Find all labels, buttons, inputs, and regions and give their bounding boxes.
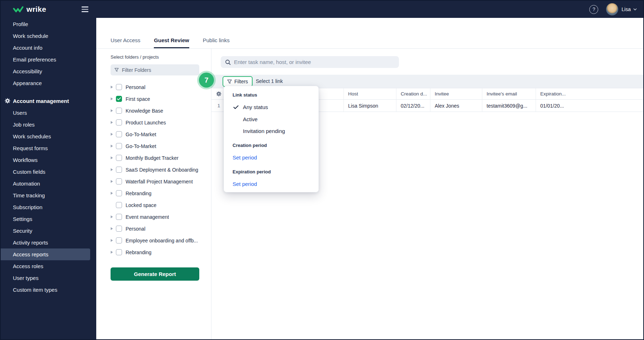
expand-caret-icon[interactable] — [111, 180, 116, 183]
folder-tree-item[interactable]: Personal — [111, 81, 199, 93]
folder-checkbox[interactable] — [116, 167, 122, 173]
expand-caret-icon[interactable] — [111, 251, 116, 254]
sidebar-item-settings[interactable]: Settings — [1, 213, 96, 225]
sidebar-item-custom-fields[interactable]: Custom fields — [1, 166, 96, 178]
table-header-invitee[interactable]: Invitee — [430, 88, 482, 99]
folder-tree-item[interactable]: Product Launches — [111, 117, 199, 128]
sidebar-item-subscription[interactable]: Subscription — [1, 201, 96, 213]
folder-tree-item[interactable]: Event management — [111, 211, 199, 223]
filters-button[interactable]: Filters — [223, 76, 253, 87]
expand-caret-icon[interactable] — [111, 109, 116, 112]
sidebar-item-profile[interactable]: Profile — [1, 18, 96, 30]
folder-checkbox-checked[interactable] — [116, 96, 122, 102]
sidebar-item-time-tracking[interactable]: Time tracking — [1, 189, 96, 201]
sidebar-item-access-roles[interactable]: Access roles — [1, 260, 96, 272]
folder-checkbox[interactable] — [116, 178, 122, 184]
hamburger-menu-button[interactable] — [80, 5, 90, 14]
table-header-expiration[interactable]: Expiration... — [536, 88, 643, 99]
folder-tree-item[interactable]: Monthly Budget Tracker — [111, 152, 199, 164]
sidebar-item-accessibility[interactable]: Accessibility — [1, 65, 96, 77]
tab-public-links[interactable]: Public links — [203, 37, 230, 48]
sidebar-item-access-reports[interactable]: Access reports — [1, 248, 90, 260]
sidebar-item-appearance[interactable]: Appearance — [1, 77, 96, 89]
help-button[interactable]: ? — [589, 5, 598, 14]
sidebar-item-security[interactable]: Security — [1, 225, 96, 237]
filter-folders-box[interactable] — [111, 64, 199, 75]
menu-item-any-status[interactable]: Any status — [233, 104, 268, 110]
filter-funnel-icon — [227, 79, 232, 84]
generate-report-button[interactable]: Generate Report — [111, 267, 199, 281]
folder-tree-item[interactable]: Rebranding — [111, 187, 199, 199]
expand-caret-icon[interactable] — [111, 156, 116, 159]
sidebar-item-work-schedule[interactable]: Work schedule — [1, 30, 96, 42]
check-icon — [233, 105, 239, 109]
link-search-input[interactable] — [234, 59, 395, 65]
chevron-down-icon[interactable] — [633, 8, 637, 10]
sidebar-item-workflows[interactable]: Workflows — [1, 154, 96, 166]
folder-tree-item[interactable]: SaaS Deployment & Onboarding — [111, 164, 199, 176]
expand-caret-icon[interactable] — [111, 239, 116, 242]
folder-checkbox[interactable] — [116, 249, 122, 255]
app-body: Profile Work schedule Account info Email… — [1, 18, 643, 339]
sidebar-item-automation[interactable]: Automation — [1, 178, 96, 189]
expiration-set-period-link[interactable]: Set period — [233, 181, 257, 187]
sidebar-item-custom-item-types[interactable]: Custom item types — [1, 284, 96, 296]
sidebar-item-job-roles[interactable]: Job roles — [1, 119, 96, 130]
expand-caret-icon[interactable] — [111, 97, 116, 100]
folder-tree-item[interactable]: Waterfall Project Management — [111, 176, 199, 187]
folder-tree-item[interactable]: Locked space — [111, 199, 199, 211]
folder-label: Employee onboarding and offb... — [126, 238, 198, 243]
sidebar-item-work-schedules[interactable]: Work schedules — [1, 130, 96, 142]
folder-tree-item[interactable]: Rebranding — [111, 246, 199, 258]
creation-set-period-link[interactable]: Set period — [233, 154, 257, 161]
table-header-creation-date[interactable]: Creation d... — [396, 88, 430, 99]
sidebar-item-request-forms[interactable]: Request forms — [1, 142, 96, 154]
folder-checkbox[interactable] — [116, 119, 122, 125]
user-name[interactable]: Lisa — [621, 6, 631, 12]
sidebar-item-user-types[interactable]: User types — [1, 272, 96, 284]
table-header-invitee-email[interactable]: Invitee's email — [482, 88, 536, 99]
folder-checkbox[interactable] — [116, 226, 122, 232]
folder-checkbox[interactable] — [116, 214, 122, 220]
sidebar-item-users[interactable]: Users — [1, 107, 96, 119]
table-header-host[interactable]: Host — [344, 88, 396, 99]
menu-item-active[interactable]: Active — [233, 116, 258, 122]
wrike-logo[interactable]: wrike — [13, 5, 46, 14]
tab-guest-review[interactable]: Guest Review — [154, 37, 189, 48]
folder-checkbox[interactable] — [116, 84, 122, 90]
folder-tree-item[interactable]: Go-To-Market — [111, 140, 199, 152]
expand-caret-icon[interactable] — [111, 192, 116, 195]
expand-caret-icon[interactable] — [111, 144, 116, 148]
folder-tree-item[interactable]: First space — [111, 93, 199, 105]
menu-item-invitation-pending[interactable]: Invitation pending — [233, 128, 285, 134]
folder-tree-item[interactable]: Knowledge Base — [111, 105, 199, 117]
expand-caret-icon[interactable] — [111, 227, 116, 230]
sidebar-item-account-info[interactable]: Account info — [1, 42, 96, 54]
tab-user-access[interactable]: User Access — [111, 37, 140, 48]
folder-label: Waterfall Project Management — [126, 179, 193, 184]
expand-caret-icon[interactable] — [111, 215, 116, 218]
folder-checkbox[interactable] — [116, 155, 122, 161]
folder-checkbox[interactable] — [116, 237, 122, 243]
sidebar-item-activity-reports[interactable]: Activity reports — [1, 237, 96, 248]
report-area: Filters Select 1 link — [211, 49, 643, 339]
folder-checkbox[interactable] — [116, 108, 122, 114]
folder-checkbox[interactable] — [116, 143, 122, 149]
expand-caret-icon[interactable] — [111, 168, 116, 171]
sidebar-item-email-preferences[interactable]: Email preferences — [1, 54, 96, 65]
user-avatar[interactable] — [606, 3, 618, 15]
folder-selection-panel: Select folders / projects Personal — [96, 49, 211, 339]
expand-caret-icon[interactable] — [111, 121, 116, 124]
folder-checkbox[interactable] — [116, 190, 122, 196]
expand-caret-icon[interactable] — [111, 133, 116, 136]
link-search-box[interactable] — [221, 56, 399, 68]
folder-tree-item[interactable]: Go-To-Market — [111, 128, 199, 140]
folder-tree-item[interactable]: Personal — [111, 223, 199, 235]
sidebar-section-account-management[interactable]: Account management — [1, 95, 96, 107]
filter-folders-input[interactable] — [122, 67, 195, 73]
folder-checkbox[interactable] — [116, 131, 122, 137]
expand-caret-icon[interactable] — [111, 85, 116, 89]
search-icon — [225, 59, 231, 65]
folder-checkbox[interactable] — [116, 202, 122, 208]
folder-tree-item[interactable]: Employee onboarding and offb... — [111, 235, 199, 246]
